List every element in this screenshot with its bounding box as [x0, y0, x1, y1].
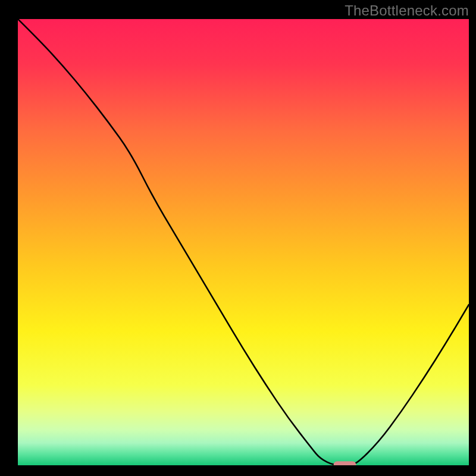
plot-background [18, 19, 469, 465]
chart-frame: TheBottleneck.com [0, 0, 476, 476]
highlight-marker [334, 461, 356, 469]
bottleneck-plot [0, 0, 476, 476]
